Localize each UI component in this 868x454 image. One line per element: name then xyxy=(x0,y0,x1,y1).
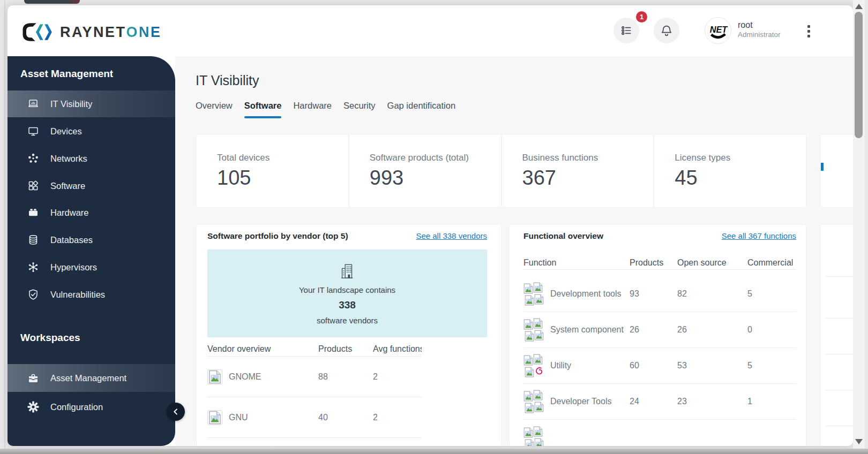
table-row-developer-tools[interactable]: Developer Tools 24 23 1 xyxy=(523,384,796,420)
sidebar-item-databases[interactable]: Databases xyxy=(8,226,175,253)
sidebar-item-label: Databases xyxy=(50,235,93,245)
banner-line-2: software vendors xyxy=(317,316,378,325)
function-name: Developer Tools xyxy=(550,397,611,406)
gear-icon xyxy=(27,400,40,413)
table-row-utility[interactable]: Utility 60 53 5 xyxy=(523,348,796,384)
function-icons-cluster xyxy=(523,426,545,447)
kpi-value: 105 xyxy=(217,167,348,190)
user-info[interactable]: root Administrator xyxy=(738,20,781,40)
vendor-portfolio-card: Software portfolio by vendor (top 5) See… xyxy=(197,225,501,446)
kebab-dot xyxy=(807,30,810,33)
vendor-avg-functions: 2 xyxy=(373,413,422,422)
task-list-button[interactable] xyxy=(613,18,639,43)
cutoff-card-sliver xyxy=(821,135,853,207)
sidebar-item-software[interactable]: Software xyxy=(8,172,175,199)
user-role: Administrator xyxy=(738,31,781,40)
vendor-name: GNOME xyxy=(229,372,261,382)
vendor-banner: Your IT landscape contains 338 software … xyxy=(207,249,487,337)
functional-overview-card: Functional overview See all 367 function… xyxy=(510,225,806,446)
window-bottom-edge xyxy=(0,449,868,454)
cutoff-card-sliver xyxy=(821,225,853,446)
function-name: Utility xyxy=(550,361,571,370)
sidebar-item-devices[interactable]: Devices xyxy=(8,118,175,145)
table-row-development-tools[interactable]: Development tools 93 82 5 xyxy=(523,276,796,312)
kpi-label: Total devices xyxy=(217,153,348,163)
table-row-gnu[interactable]: GNU 40 2 xyxy=(207,397,422,438)
functional-table: Function Products Open source Commercial… xyxy=(523,256,796,446)
laptop-icon xyxy=(27,97,40,110)
logo-text-accent: ONE xyxy=(126,24,162,40)
raynetone-logo[interactable]: RAYNETONE xyxy=(20,17,162,47)
kebab-dot xyxy=(807,35,810,37)
kpi-row: Total devices 105 Software products (tot… xyxy=(197,135,806,207)
sidebar-item-hypervisors[interactable]: Hypervisors xyxy=(8,254,175,281)
sidebar-item-label: IT Visibility xyxy=(50,99,92,109)
vendor-table: Vendor overview Products Avg functions G… xyxy=(207,342,422,438)
kpi-label: Business functions xyxy=(522,153,654,163)
function-name: Development tools xyxy=(550,289,622,299)
task-list-icon xyxy=(619,24,633,37)
tab-hardware[interactable]: Hardware xyxy=(293,101,332,115)
column-header-open-source[interactable]: Open source xyxy=(677,258,747,268)
hardware-box-icon xyxy=(27,206,40,219)
kpi-value: 45 xyxy=(675,167,806,190)
function-icons-cluster xyxy=(523,390,545,413)
vendor-avg-functions: 2 xyxy=(373,372,422,382)
tab-bar: Overview Software Hardware Security Gap … xyxy=(196,101,455,115)
scrollbar-thumb[interactable] xyxy=(855,12,863,138)
notifications-button[interactable] xyxy=(654,18,679,43)
monitor-icon xyxy=(27,125,40,138)
column-header-commercial[interactable]: Commercial xyxy=(747,258,796,268)
see-all-vendors-link[interactable]: See all 338 vendors xyxy=(416,231,487,240)
vendor-card-title: Software portfolio by vendor (top 5) xyxy=(207,231,348,241)
raynetone-logo-icon xyxy=(20,19,54,46)
function-products: 60 xyxy=(630,361,677,370)
tab-security[interactable]: Security xyxy=(343,101,376,115)
sidebar-item-label: Software xyxy=(50,181,85,191)
sidebar-item-label: Asset Management xyxy=(50,373,126,383)
sidebar: Asset Management IT Visibility Devices xyxy=(8,56,175,446)
sidebar-item-networks[interactable]: Networks xyxy=(8,145,175,172)
sidebar-item-label: Configuration xyxy=(50,402,103,412)
app-window: RAYNETONE 1 NET root Adm xyxy=(8,5,853,446)
left-window-edge xyxy=(4,0,5,449)
scrollbar-down-arrow[interactable] xyxy=(855,439,863,444)
sidebar-item-asset-management[interactable]: Asset Management xyxy=(8,364,175,392)
table-row-gnome[interactable]: GNOME 88 2 xyxy=(207,357,422,397)
sidebar-item-label: Networks xyxy=(50,154,87,164)
building-icon xyxy=(338,262,356,281)
vendor-products: 40 xyxy=(318,413,373,422)
network-icon xyxy=(27,152,40,165)
sidebar-item-label: Vulnerabilities xyxy=(50,290,105,300)
tab-gap-identification[interactable]: Gap identification xyxy=(387,101,456,115)
column-header-vendor[interactable]: Vendor overview xyxy=(207,344,318,354)
tab-overview[interactable]: Overview xyxy=(196,101,233,115)
column-header-products[interactable]: Products xyxy=(318,344,373,354)
overflow-menu-button[interactable] xyxy=(805,23,812,40)
sidebar-collapse-button[interactable] xyxy=(167,403,185,421)
scrollbar-up-arrow[interactable] xyxy=(855,4,863,9)
debian-swirl-icon xyxy=(534,366,544,376)
column-header-products[interactable]: Products xyxy=(630,258,677,268)
sidebar-item-it-visibility[interactable]: IT Visibility xyxy=(8,90,175,117)
sidebar-item-label: Hardware xyxy=(50,208,89,218)
kpi-label: Software products (total) xyxy=(370,153,501,163)
notification-count-badge: 1 xyxy=(635,10,648,24)
function-commercial: 0 xyxy=(747,325,796,335)
user-avatar[interactable]: NET xyxy=(705,17,731,44)
avatar-logo-glyph: NET xyxy=(705,18,731,43)
sidebar-item-label: Devices xyxy=(50,126,82,137)
column-header-avg-functions[interactable]: Avg functions xyxy=(373,344,422,354)
vendor-logo-placeholder-icon xyxy=(207,410,222,425)
function-commercial: 5 xyxy=(747,361,796,370)
table-row-system-component[interactable]: System component 26 26 0 xyxy=(523,312,796,348)
sidebar-item-configuration[interactable]: Configuration xyxy=(8,393,175,421)
bell-icon xyxy=(660,24,674,37)
function-open-source: 23 xyxy=(677,397,747,406)
column-header-function[interactable]: Function xyxy=(523,258,630,268)
see-all-functions-link[interactable]: See all 367 functions xyxy=(722,231,796,240)
kebab-dot xyxy=(807,25,810,28)
sidebar-item-hardware[interactable]: Hardware xyxy=(8,199,175,226)
tab-software[interactable]: Software xyxy=(244,101,282,115)
sidebar-item-vulnerabilities[interactable]: Vulnerabilities xyxy=(8,281,175,308)
